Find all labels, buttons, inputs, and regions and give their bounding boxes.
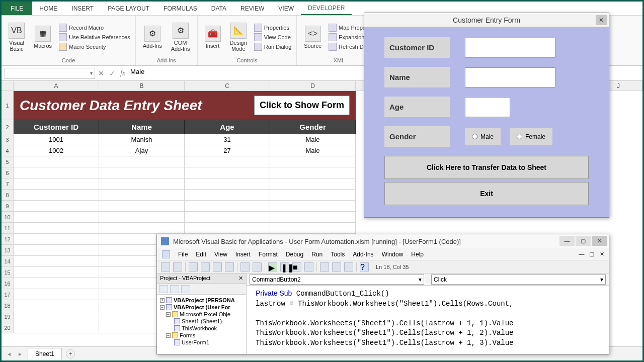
row-header[interactable]: 10 (2, 212, 14, 223)
xml-source-button[interactable]: <>Source (302, 18, 324, 56)
tab-insert[interactable]: INSERT (64, 2, 101, 15)
cell[interactable] (99, 190, 185, 201)
cell[interactable] (270, 190, 356, 201)
show-form-button[interactable]: Click to Show Form (254, 96, 350, 115)
row-header[interactable]: 2 (2, 120, 14, 134)
tab-data[interactable]: DATA (204, 2, 233, 15)
input-age[interactable] (465, 97, 510, 117)
transfer-data-button[interactable]: Click Here to Transfer Data to Sheet (384, 156, 589, 179)
mdi-close-icon[interactable]: ✕ (598, 251, 606, 257)
cell[interactable] (14, 201, 99, 212)
row-header[interactable]: 3 (2, 134, 14, 145)
menu-help[interactable]: Help (411, 251, 424, 258)
cell[interactable] (14, 212, 99, 223)
cell[interactable] (270, 223, 356, 234)
cancel-icon[interactable]: ✕ (98, 69, 104, 77)
menu-addins[interactable]: Add-Ins (353, 251, 373, 258)
cell[interactable] (14, 167, 99, 178)
row-header[interactable]: 20 (2, 322, 14, 333)
menu-view[interactable]: View (214, 251, 227, 258)
tree-project[interactable]: +VBAProject (PERSONA (158, 297, 245, 304)
row-header[interactable]: 15 (2, 267, 14, 278)
radio-female[interactable]: Female (510, 128, 552, 145)
row-header[interactable]: 8 (2, 190, 14, 201)
tb-icon[interactable] (201, 262, 210, 272)
macro-security-button[interactable]: Macro Security (59, 43, 130, 51)
close-icon[interactable]: ✕ (596, 15, 607, 25)
tree-folder[interactable]: −Microsoft Excel Obje (158, 311, 245, 318)
enter-icon[interactable]: ✓ (109, 69, 115, 77)
tab-file[interactable]: FILE (2, 2, 32, 15)
run-icon[interactable]: ▶ (268, 262, 277, 272)
tab-developer[interactable]: DEVELOPER (301, 2, 352, 15)
cell[interactable]: 27 (185, 145, 270, 156)
cell[interactable] (14, 245, 99, 256)
tb-icon[interactable] (161, 262, 170, 272)
use-relative-button[interactable]: Use Relative References (59, 33, 130, 41)
col-header[interactable]: D (270, 81, 356, 91)
cell[interactable] (99, 156, 185, 167)
cell[interactable] (270, 178, 356, 190)
cell[interactable] (14, 289, 99, 300)
row-header[interactable]: 14 (2, 256, 14, 267)
com-addins-button[interactable]: ⚙COM Add-Ins (169, 18, 192, 56)
menu-file[interactable]: File (178, 251, 188, 258)
minimize-icon[interactable]: — (559, 236, 575, 246)
menu-tools[interactable]: Tools (331, 251, 345, 258)
cell[interactable] (14, 322, 99, 333)
excel-icon[interactable] (162, 250, 170, 258)
tree-sheet[interactable]: Sheet1 (Sheet1) (158, 318, 245, 325)
cell[interactable] (99, 212, 185, 223)
tab-page-layout[interactable]: PAGE LAYOUT (101, 2, 156, 15)
radio-male[interactable]: Male (465, 128, 501, 145)
cell[interactable] (14, 267, 99, 278)
menu-insert[interactable]: Insert (235, 251, 251, 258)
cell[interactable] (185, 156, 270, 167)
cell[interactable] (185, 190, 270, 201)
cell[interactable] (14, 311, 99, 322)
cell[interactable] (14, 234, 99, 245)
select-all-corner[interactable] (2, 81, 14, 91)
cell[interactable] (185, 212, 270, 223)
cell[interactable] (185, 178, 270, 190)
table-header[interactable]: Gender (270, 120, 356, 134)
row-header[interactable]: 12 (2, 234, 14, 245)
name-box[interactable]: ▾ (5, 68, 95, 79)
run-dialog-button[interactable]: Run Dialog (254, 43, 291, 51)
row-header[interactable]: 11 (2, 223, 14, 234)
record-macro-button[interactable]: Record Macro (59, 24, 130, 32)
tb-icon[interactable] (213, 262, 222, 272)
cell[interactable] (14, 178, 99, 190)
menu-window[interactable]: Window (382, 251, 404, 258)
row-header[interactable]: 9 (2, 201, 14, 212)
row-header[interactable]: 13 (2, 245, 14, 256)
tb-icon[interactable] (181, 285, 190, 293)
design-mode-button[interactable]: 📐Design Mode (228, 18, 249, 56)
tb-icon[interactable] (170, 285, 179, 293)
add-sheet-button[interactable]: + (66, 349, 75, 358)
table-header[interactable]: Customer ID (14, 120, 99, 134)
tb-icon[interactable] (159, 285, 168, 293)
cell[interactable] (99, 201, 185, 212)
properties-button[interactable]: Properties (254, 24, 291, 32)
cell[interactable]: 1002 (14, 145, 99, 156)
cell[interactable]: 31 (185, 134, 270, 145)
tab-home[interactable]: HOME (32, 2, 64, 15)
tree-userform[interactable]: UserForm1 (158, 339, 245, 346)
cell[interactable] (99, 167, 185, 178)
cell[interactable] (14, 223, 99, 234)
cell[interactable] (185, 223, 270, 234)
cell[interactable] (14, 256, 99, 267)
col-header[interactable]: A (14, 81, 99, 91)
cell[interactable]: Male (270, 134, 356, 145)
tb-icon[interactable] (253, 262, 262, 272)
next-sheet-icon[interactable]: ▸ (17, 350, 24, 357)
chevron-down-icon[interactable]: ▾ (90, 70, 93, 76)
menu-format[interactable]: Format (259, 251, 278, 258)
cell[interactable] (270, 212, 356, 223)
view-code-button[interactable]: View Code (254, 33, 291, 41)
cell[interactable] (270, 201, 356, 212)
tree-project[interactable]: −VBAProject (User For (158, 304, 245, 311)
cell[interactable] (185, 167, 270, 178)
code-editor[interactable]: Private Sub CommandButton1_Click() lastr… (247, 286, 609, 354)
